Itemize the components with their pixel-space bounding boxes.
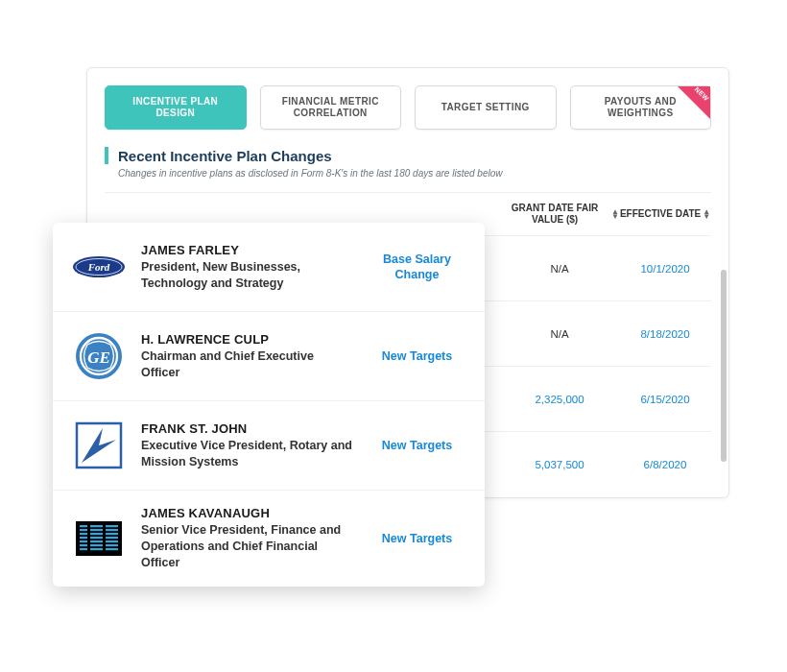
executive-info: FRANK ST. JOHN Executive Vice President,… <box>141 421 353 470</box>
svg-rect-13 <box>80 544 118 546</box>
section-subtitle: Changes in incentive plans as disclosed … <box>118 168 711 179</box>
cell-effective-date: 6/8/2020 <box>619 459 711 470</box>
svg-rect-16 <box>103 524 106 553</box>
change-type-link[interactable]: New Targets <box>367 438 467 453</box>
list-item[interactable]: GE H. LAWRENCE CULP Chairman and Chief E… <box>53 312 485 401</box>
svg-rect-15 <box>87 524 90 553</box>
cell-effective-date: 8/18/2020 <box>619 328 711 340</box>
company-logo-ge: GE <box>70 327 128 385</box>
svg-text:GE: GE <box>87 348 110 367</box>
cell-effective-date: 10/1/2020 <box>619 263 711 275</box>
tab-label: INCENTIVE PLAN DESIGN <box>113 96 238 120</box>
company-logo-ford: Ford <box>70 238 128 296</box>
executive-name: H. LAWRENCE CULP <box>141 332 353 347</box>
cell-fair-value: N/A <box>500 263 619 275</box>
svg-rect-10 <box>80 533 118 535</box>
executive-info: H. LAWRENCE CULP Chairman and Chief Exec… <box>141 332 353 381</box>
ford-logo-icon: Ford <box>72 255 126 278</box>
executives-overlay: Ford JAMES FARLEY President, New Busines… <box>53 223 485 587</box>
svg-rect-9 <box>80 529 118 531</box>
col-header-effective-date[interactable]: EFFECTIVE DATE ▲▼ <box>619 203 711 226</box>
executive-info: JAMES FARLEY President, New Businesses, … <box>141 243 353 292</box>
executive-name: FRANK ST. JOHN <box>141 421 353 436</box>
list-item[interactable]: FRANK ST. JOHN Executive Vice President,… <box>53 401 485 491</box>
section-title-row: Recent Incentive Plan Changes <box>105 147 711 164</box>
change-type-link[interactable]: New Targets <box>367 348 467 364</box>
cell-fair-value: 2,325,000 <box>500 394 619 405</box>
svg-rect-11 <box>80 537 118 539</box>
col-header-label: EFFECTIVE DATE <box>620 208 701 220</box>
executive-title: Chairman and Chief Executive Officer <box>141 348 353 381</box>
executive-info: JAMES KAVANAUGH Senior Vice President, F… <box>141 506 353 571</box>
title-accent-bar <box>105 147 108 164</box>
tabs-row: INCENTIVE PLAN DESIGN FINANCIAL METRIC C… <box>105 85 711 130</box>
tab-label: TARGET SETTING <box>441 102 530 114</box>
change-type-link[interactable]: New Targets <box>367 531 467 546</box>
svg-rect-14 <box>80 548 118 550</box>
executive-title: President, New Businesses, Technology an… <box>141 259 353 292</box>
tab-payouts-and-weightings[interactable]: PAYOUTS AND WEIGHTINGS NEW <box>570 85 712 130</box>
ge-logo-icon: GE <box>74 331 124 381</box>
col-header-fair-value[interactable]: GRANT DATE FAIR VALUE ($) ▲▼ <box>500 203 619 226</box>
tab-incentive-plan-design[interactable]: INCENTIVE PLAN DESIGN <box>105 85 247 130</box>
tab-target-setting[interactable]: TARGET SETTING <box>415 85 557 130</box>
tab-financial-metric-correlation[interactable]: FINANCIAL METRIC CORRELATION <box>260 85 402 130</box>
svg-rect-12 <box>80 540 118 542</box>
executive-name: JAMES KAVANAUGH <box>141 506 353 520</box>
scrollbar[interactable] <box>721 270 727 462</box>
section-title: Recent Incentive Plan Changes <box>118 148 332 164</box>
list-item[interactable]: JAMES KAVANAUGH Senior Vice President, F… <box>53 491 485 587</box>
cell-fair-value: 5,037,500 <box>500 459 619 470</box>
change-type-link[interactable]: Base Salary Change <box>367 252 467 283</box>
cell-effective-date: 6/15/2020 <box>619 394 711 405</box>
company-logo-ibm <box>70 510 128 567</box>
ibm-logo-icon <box>74 514 124 564</box>
cell-fair-value: N/A <box>500 328 619 340</box>
svg-rect-8 <box>80 525 118 527</box>
svg-text:Ford: Ford <box>87 261 110 273</box>
col-header-label: GRANT DATE FAIR VALUE ($) <box>500 203 609 226</box>
sort-icon: ▲▼ <box>611 209 619 219</box>
tab-label: FINANCIAL METRIC CORRELATION <box>269 96 394 120</box>
company-logo-lockheed <box>70 417 128 474</box>
executive-title: Senior Vice President, Finance and Opera… <box>141 522 353 571</box>
list-item[interactable]: Ford JAMES FARLEY President, New Busines… <box>53 223 485 312</box>
sort-icon: ▲▼ <box>703 209 710 219</box>
executive-title: Executive Vice President, Rotary and Mis… <box>141 438 353 470</box>
executive-name: JAMES FARLEY <box>141 243 353 257</box>
lockheed-logo-icon <box>74 420 124 470</box>
